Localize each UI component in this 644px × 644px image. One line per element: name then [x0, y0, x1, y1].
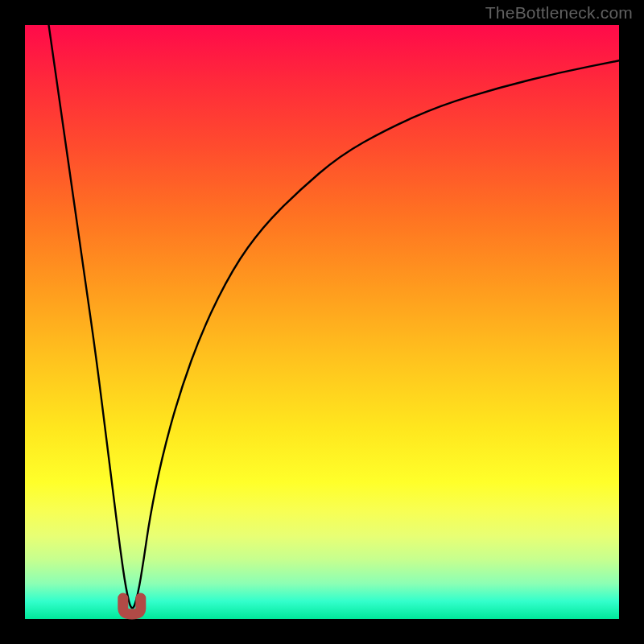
bottleneck-curve — [49, 25, 619, 608]
chart-svg — [25, 25, 619, 619]
chart-frame: TheBottleneck.com — [0, 0, 644, 644]
plot-area — [25, 25, 619, 619]
optimal-marker — [123, 598, 141, 614]
watermark-text: TheBottleneck.com — [485, 3, 633, 23]
